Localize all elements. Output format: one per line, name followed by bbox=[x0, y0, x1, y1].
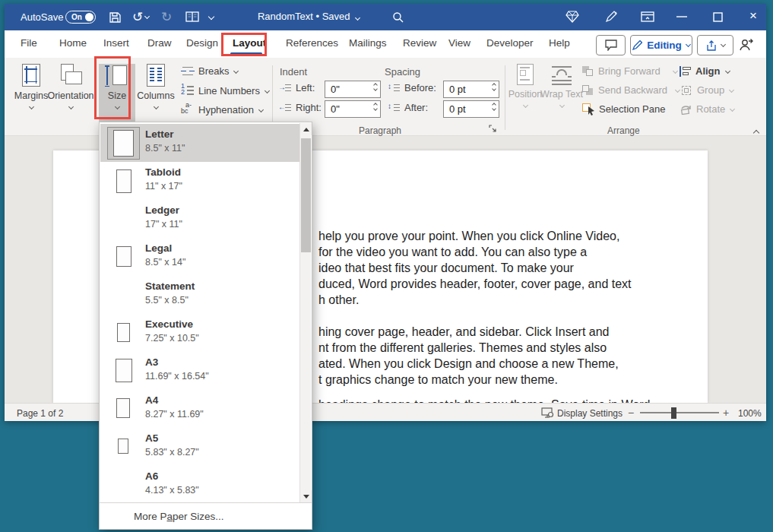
zoom-slider-thumb[interactable] bbox=[671, 407, 676, 419]
rotate-label: Rotate bbox=[696, 103, 725, 115]
menu-item-a5[interactable]: A5 5.83" x 8.27" bbox=[100, 428, 300, 466]
more-paper-sizes-item[interactable]: More Paper Sizes... bbox=[134, 511, 224, 522]
page-indicator[interactable]: Page 1 of 2 bbox=[17, 408, 63, 419]
zoom-in-button[interactable]: + bbox=[723, 407, 729, 419]
paper-name: A4 bbox=[145, 394, 158, 406]
paper-name: Statement bbox=[145, 280, 195, 292]
bring-forward-button[interactable]: Bring Forward bbox=[582, 65, 677, 77]
breaks-button[interactable]: Breaks bbox=[181, 65, 238, 77]
rotate-button[interactable]: Rotate bbox=[680, 103, 734, 115]
scroll-up-button[interactable] bbox=[300, 123, 312, 135]
position-button[interactable]: Position bbox=[508, 64, 543, 126]
tab-home[interactable]: Home bbox=[59, 37, 87, 49]
hyphenation-button[interactable]: a- bc Hyphenation bbox=[181, 103, 263, 116]
line-numbers-label: Line Numbers bbox=[198, 85, 260, 97]
doc-text-line: ideo that best fits your document. To ma… bbox=[318, 261, 574, 275]
save-icon[interactable] bbox=[109, 11, 122, 24]
indent-right-field[interactable]: 0" bbox=[325, 100, 381, 118]
tab-file[interactable]: File bbox=[21, 37, 37, 49]
redo-icon[interactable]: ↻ bbox=[161, 9, 172, 25]
tab-developer[interactable]: Developer bbox=[486, 37, 534, 49]
paper-icon bbox=[116, 398, 130, 418]
letter-icon-frame bbox=[107, 127, 140, 160]
close-button[interactable]: × bbox=[749, 8, 757, 24]
tab-review[interactable]: Review bbox=[403, 37, 436, 49]
menu-item-letter[interactable]: Letter 8.5" x 11" bbox=[100, 124, 300, 162]
share-button[interactable] bbox=[697, 35, 733, 55]
display-settings-button[interactable]: Display Settings bbox=[557, 408, 623, 419]
selection-pane-button[interactable]: Selection Pane bbox=[582, 103, 665, 115]
margins-label: Margins bbox=[14, 90, 48, 101]
tab-help[interactable]: Help bbox=[549, 37, 570, 49]
zoom-slider-track[interactable] bbox=[640, 412, 719, 413]
send-backward-button[interactable]: Send Backward bbox=[582, 84, 680, 96]
zoom-level[interactable]: 100% bbox=[738, 408, 762, 419]
scroll-down-button[interactable] bbox=[300, 490, 312, 502]
indent-left-field[interactable]: 0" bbox=[325, 81, 381, 98]
menu-item-executive[interactable]: Executive 7.25" x 10.5" bbox=[100, 314, 300, 352]
doc-text-line: nt from the different galleries. Themes … bbox=[318, 341, 607, 355]
spacing-before-value: 0 pt bbox=[449, 84, 466, 95]
bring-forward-icon bbox=[582, 66, 594, 77]
tab-references[interactable]: References bbox=[286, 37, 338, 49]
align-button[interactable]: Align bbox=[680, 65, 730, 77]
menu-item-a4[interactable]: A4 8.27" x 11.69" bbox=[100, 390, 300, 428]
selection-pane-label: Selection Pane bbox=[599, 103, 665, 115]
dropdown-scrollbar[interactable] bbox=[299, 123, 311, 502]
spacing-before-field[interactable]: 0 pt bbox=[443, 81, 499, 98]
paper-dims: 7.25" x 10.5" bbox=[145, 333, 199, 344]
ribbon-display-options-icon[interactable] bbox=[641, 11, 654, 23]
menu-item-statement[interactable]: Statement 5.5" x 8.5" bbox=[100, 276, 300, 314]
paper-dims: 11.69" x 16.54" bbox=[145, 371, 209, 382]
orientation-button[interactable]: Orientation bbox=[52, 64, 90, 126]
paper-icon bbox=[116, 359, 132, 382]
quick-access-chevron-icon[interactable] bbox=[209, 14, 214, 19]
wrap-text-label: Wrap Text bbox=[540, 89, 583, 100]
premium-diamond-icon[interactable] bbox=[565, 11, 579, 23]
indent-left-row: → Left: bbox=[278, 82, 315, 93]
minimize-button[interactable] bbox=[676, 16, 687, 17]
menu-item-ledger[interactable]: Ledger 17" x 11" bbox=[100, 200, 300, 238]
more-sizes-text: per Sizes... bbox=[173, 511, 224, 522]
autosave-toggle[interactable]: On bbox=[65, 11, 96, 24]
columns-label: Columns bbox=[137, 90, 174, 101]
paper-name: Letter bbox=[145, 128, 174, 140]
paragraph-dialog-launcher-icon[interactable] bbox=[489, 125, 497, 133]
margins-button[interactable]: Margins bbox=[12, 64, 50, 126]
columns-button[interactable]: Columns bbox=[137, 64, 175, 126]
spacing-after-value: 0 pt bbox=[449, 103, 466, 115]
undo-icon[interactable]: ↺ bbox=[132, 9, 149, 25]
search-icon[interactable] bbox=[392, 11, 404, 24]
comment-button[interactable] bbox=[596, 35, 626, 55]
wrap-text-button[interactable]: Wrap Text bbox=[544, 64, 579, 126]
doc-text-line: help you prove your point. When you clic… bbox=[318, 230, 619, 243]
spacing-after-stepper[interactable] bbox=[493, 102, 496, 110]
breaks-icon bbox=[181, 66, 195, 77]
indent-right-value: 0" bbox=[331, 103, 340, 115]
document-title[interactable]: RandomText • Saved bbox=[248, 11, 369, 22]
line-numbers-button[interactable]: 1 2 Line Numbers bbox=[181, 84, 269, 97]
menu-item-a6[interactable]: A6 4.13" x 5.83" bbox=[100, 466, 300, 502]
indent-right-stepper[interactable] bbox=[374, 102, 377, 110]
spacing-after-label: After: bbox=[404, 102, 428, 113]
maximize-button[interactable] bbox=[713, 12, 723, 22]
tab-view[interactable]: View bbox=[448, 37, 470, 49]
tab-design[interactable]: Design bbox=[186, 37, 218, 49]
tab-draw[interactable]: Draw bbox=[147, 37, 172, 49]
editing-mode-button[interactable]: Editing bbox=[630, 35, 692, 55]
spacing-before-stepper[interactable] bbox=[493, 82, 496, 90]
read-mode-icon[interactable] bbox=[185, 11, 199, 23]
tab-insert[interactable]: Insert bbox=[103, 37, 129, 49]
zoom-out-button[interactable]: − bbox=[628, 407, 634, 419]
group-button[interactable]: Group bbox=[681, 84, 733, 96]
menu-item-a3[interactable]: A3 11.69" x 16.54" bbox=[100, 352, 300, 390]
indent-left-stepper[interactable] bbox=[374, 82, 377, 90]
pen-sparkle-icon[interactable] bbox=[605, 11, 619, 23]
margins-icon bbox=[22, 64, 40, 87]
menu-item-legal[interactable]: Legal 8.5" x 14" bbox=[100, 238, 300, 276]
scrollbar-thumb[interactable] bbox=[301, 138, 311, 252]
presence-icon[interactable] bbox=[739, 38, 754, 52]
menu-item-tabloid[interactable]: Tabloid 11" x 17" bbox=[100, 162, 300, 200]
tab-mailings[interactable]: Mailings bbox=[349, 37, 387, 49]
spacing-after-field[interactable]: 0 pt bbox=[443, 100, 499, 118]
